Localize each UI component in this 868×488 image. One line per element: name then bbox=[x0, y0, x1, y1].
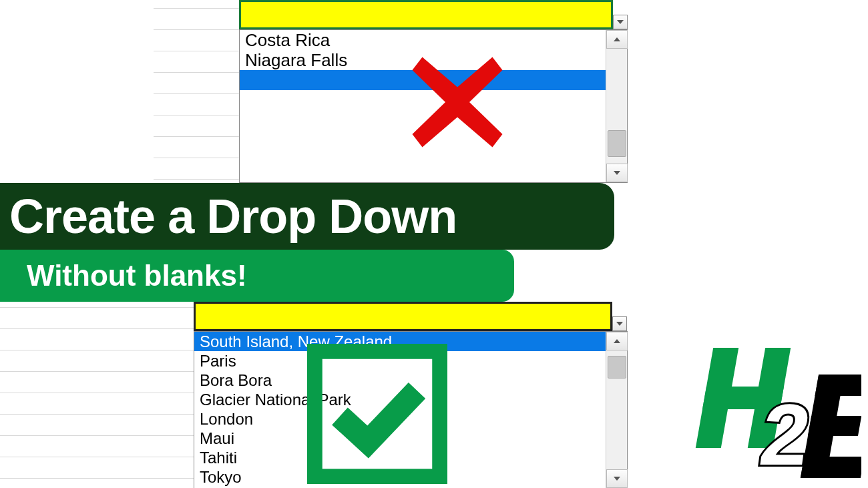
svg-rect-7 bbox=[808, 416, 861, 436]
dropdown-button-bottom[interactable] bbox=[612, 316, 627, 331]
scroll-down-button[interactable] bbox=[606, 469, 628, 488]
title-sub-text: Without blanks! bbox=[27, 259, 247, 292]
red-x-icon bbox=[401, 52, 514, 152]
list-item[interactable]: Costa Rica bbox=[240, 30, 606, 50]
svg-marker-0 bbox=[413, 57, 503, 148]
svg-rect-6 bbox=[815, 375, 861, 396]
svg-rect-8 bbox=[801, 457, 861, 478]
scroll-down-button[interactable] bbox=[606, 164, 628, 182]
scrollbar[interactable] bbox=[606, 332, 627, 488]
scrollbar[interactable] bbox=[606, 30, 627, 182]
scroll-thumb[interactable] bbox=[608, 130, 626, 157]
scroll-thumb[interactable] bbox=[608, 356, 626, 379]
h2e-logo: 2 bbox=[688, 341, 861, 481]
dropdown-button-top[interactable] bbox=[613, 15, 628, 29]
selected-cell-bottom[interactable] bbox=[194, 302, 612, 331]
title-main-text: Create a Drop Down bbox=[9, 189, 457, 244]
scroll-up-button[interactable] bbox=[606, 30, 628, 49]
title-main-banner: Create a Drop Down bbox=[0, 183, 614, 250]
scroll-up-button[interactable] bbox=[606, 332, 628, 350]
green-check-icon bbox=[307, 344, 447, 484]
selected-cell-top[interactable] bbox=[239, 0, 613, 29]
title-sub-banner: Without blanks! bbox=[0, 250, 514, 302]
svg-rect-1 bbox=[314, 351, 441, 477]
